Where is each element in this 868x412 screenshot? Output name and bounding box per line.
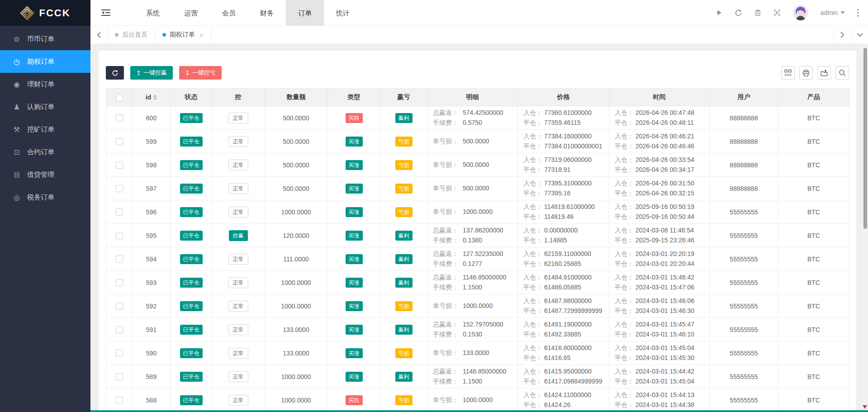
row-checkbox[interactable] — [116, 256, 123, 263]
tabs-scroll-left-icon[interactable] — [90, 26, 108, 44]
column-header: 价格 — [518, 89, 609, 106]
row-checkbox[interactable] — [116, 138, 123, 145]
control-button[interactable]: 控赢 — [229, 230, 248, 241]
product-cell: BTC — [778, 224, 849, 247]
horizontal-scrollbar[interactable] — [90, 410, 868, 412]
time-cell: 入仓：2024-03-01 15:45:47平仓：2024-03-01 15:4… — [609, 318, 710, 341]
brand-name: FCCK — [39, 7, 70, 19]
play-icon[interactable] — [716, 9, 722, 16]
row-checkbox[interactable] — [116, 397, 123, 404]
more-vertical-icon[interactable] — [857, 9, 859, 17]
nav-item[interactable]: 运营 — [172, 0, 210, 26]
control-button[interactable]: 正常 — [228, 254, 248, 265]
type-badge: 买涨 — [346, 278, 363, 288]
nav-item[interactable]: 会员 — [210, 0, 248, 26]
detail-cell: 总赢返：574.42500000手续费：0.5750 — [427, 106, 518, 130]
export-icon[interactable] — [817, 66, 831, 80]
user-id-cell: 55555555 — [710, 365, 778, 388]
control-button[interactable]: 正常 — [228, 348, 248, 359]
sidebar-item-finance-orders[interactable]: ◉ 理财订单 — [0, 73, 90, 95]
fullscreen-icon[interactable] — [773, 9, 781, 16]
refresh-table-button[interactable] — [106, 66, 124, 80]
control-button[interactable]: 正常 — [228, 113, 248, 123]
columns-filter-icon[interactable] — [781, 66, 795, 80]
select-all-checkbox[interactable] — [116, 94, 123, 101]
control-button[interactable]: 正常 — [228, 301, 248, 312]
vertical-scrollbar-thumb[interactable] — [863, 48, 867, 229]
control-button[interactable]: 正常 — [228, 324, 248, 335]
row-checkbox[interactable] — [116, 114, 123, 122]
sidebar-item-coin-orders[interactable]: ⊜ 币币订单 — [0, 28, 90, 50]
tabs-scroll-right-icon[interactable] — [834, 26, 851, 44]
row-checkbox[interactable] — [116, 326, 123, 333]
print-icon[interactable] — [799, 66, 813, 80]
user-menu[interactable]: admin — [821, 9, 845, 16]
user-avatar[interactable] — [793, 5, 808, 20]
user-id-cell: 88888888 — [710, 130, 778, 153]
detail-cell: 总赢返：1148.85000000手续费：1.1500 — [427, 271, 518, 294]
sidebar-item-option-orders[interactable]: ◷ 期权订单 — [0, 50, 90, 73]
tab[interactable]: 期权订单 × — [155, 26, 211, 44]
sidebar-item-mining-orders[interactable]: ⚒ 挖矿订单 — [0, 118, 90, 141]
navbar-actions: admin — [716, 5, 868, 20]
row-checkbox[interactable] — [116, 185, 123, 192]
sidebar-item-tax-orders[interactable]: ◎ 税务订单 — [0, 186, 90, 208]
row-checkbox[interactable] — [116, 279, 123, 286]
force-win-button[interactable]: ↥ 一键控赢 — [130, 66, 173, 80]
vertical-scrollbar[interactable] — [863, 44, 868, 410]
price-cell: 入仓：77360.61000000平仓：77359.46115 — [518, 106, 609, 130]
column-header: 时间 — [609, 89, 710, 106]
sidebar-item-subscribe-orders[interactable]: ♟ 认购订单 — [0, 95, 90, 118]
control-button[interactable]: 正常 — [228, 371, 248, 382]
control-button[interactable]: 正常 — [228, 395, 248, 406]
column-header: 类型 — [328, 89, 380, 106]
sidebar-item-contract-orders[interactable]: ⊡ 合约订单 — [0, 141, 90, 163]
product-cell: BTC — [778, 271, 849, 294]
control-button[interactable]: 正常 — [228, 277, 248, 288]
trash-icon[interactable] — [754, 9, 761, 16]
status-badge: 已平仓 — [180, 325, 203, 335]
control-button[interactable]: 正常 — [228, 160, 248, 170]
tabs-menu-icon[interactable] — [851, 26, 868, 44]
control-button[interactable]: 正常 — [228, 136, 248, 147]
nav-item[interactable]: 统计 — [324, 0, 362, 26]
arrow-up-icon: ↥ — [136, 70, 141, 76]
content-area: ↥ 一键控赢 ↧ 一键控亏 — [90, 44, 868, 412]
collapse-menu-icon[interactable] — [90, 9, 121, 16]
tab-close-icon[interactable]: × — [199, 31, 204, 39]
control-button[interactable]: 正常 — [228, 183, 248, 194]
time-cell: 入仓：2026-04-26 00:31:50平仓：2026-04-26 00:3… — [609, 177, 710, 200]
row-checkbox[interactable] — [116, 232, 123, 239]
search-icon[interactable] — [835, 66, 849, 80]
type-badge: 买涨 — [346, 348, 363, 358]
row-checkbox[interactable] — [116, 161, 123, 169]
product-cell: BTC — [778, 365, 849, 388]
row-checkbox[interactable] — [116, 373, 123, 380]
sidebar-menu: ⊜ 币币订单 ◷ 期权订单 ◉ 理财订单 ♟ 认购订单 ⚒ 挖矿订单 ⊡ 合约订… — [0, 26, 90, 208]
profit-badge: 赢利 — [395, 254, 413, 264]
tab[interactable]: 后台首页 — [108, 26, 155, 44]
tab-dot — [162, 33, 166, 37]
sort-icon[interactable] — [153, 95, 157, 100]
table-row: 589 已平仓 正常 1000.0000 买涨 赢利 总赢返：1148.8500… — [106, 365, 849, 388]
row-checkbox[interactable] — [116, 208, 123, 216]
user-id-cell: 55555555 — [710, 200, 778, 224]
type-badge: 买涨 — [346, 254, 363, 264]
profit-badge: 赢利 — [395, 231, 413, 241]
refresh-icon[interactable] — [735, 9, 742, 17]
nav-item[interactable]: 订单 — [286, 0, 324, 26]
control-button[interactable]: 正常 — [228, 207, 248, 218]
brand-logo: FCCK — [0, 0, 90, 26]
user-id-cell: 88888888 — [710, 153, 778, 177]
force-lose-button[interactable]: ↧ 一键控亏 — [179, 66, 222, 80]
user-id-cell: 55555555 — [710, 294, 778, 318]
row-checkbox[interactable] — [116, 350, 123, 357]
product-cell: BTC — [778, 247, 849, 271]
sidebar-item-loan-management[interactable]: ⊟ 借贷管理 — [0, 163, 90, 186]
top-navbar: 系统运营会员财务订单统计 — [90, 0, 868, 26]
profit-badge: 亏损 — [395, 184, 413, 194]
status-badge: 已平仓 — [180, 184, 203, 194]
nav-item[interactable]: 系统 — [134, 0, 172, 26]
nav-item[interactable]: 财务 — [248, 0, 286, 26]
row-checkbox[interactable] — [116, 303, 123, 310]
